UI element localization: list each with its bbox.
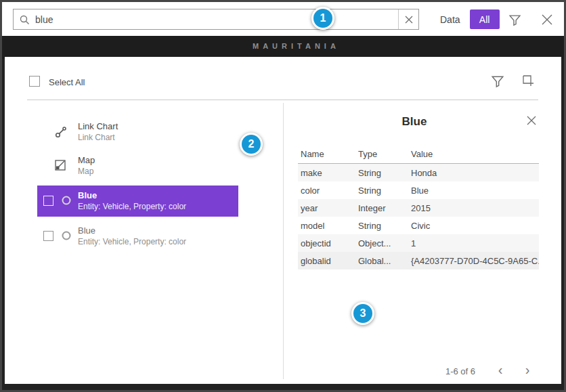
cell-name: objectid bbox=[298, 238, 355, 248]
result-title: Blue bbox=[78, 190, 97, 200]
data-scope-button[interactable]: Data bbox=[431, 9, 470, 29]
map-icon bbox=[54, 159, 66, 174]
table-row: make String Honda bbox=[298, 164, 539, 181]
close-icon[interactable] bbox=[537, 9, 557, 30]
prev-page-icon[interactable]: ‹ bbox=[492, 362, 508, 378]
filter-icon[interactable] bbox=[506, 12, 523, 28]
list-item-link-chart[interactable]: Link Chart Link Chart bbox=[37, 116, 238, 148]
result-subtitle: Entity: Vehicle, Property: color bbox=[78, 237, 186, 246]
annotation-badge-3: 3 bbox=[351, 302, 374, 325]
cell-value: 1 bbox=[408, 238, 539, 248]
cell-value: 2015 bbox=[408, 203, 539, 213]
cell-value: Honda bbox=[408, 168, 539, 178]
list-item-map[interactable]: Map Map bbox=[37, 150, 238, 181]
map-background: MAURITANIA bbox=[2, 36, 564, 59]
entity-circle-icon bbox=[61, 230, 72, 244]
cell-type: String bbox=[355, 168, 408, 178]
cell-type: Integer bbox=[355, 203, 408, 213]
cell-value: Blue bbox=[408, 186, 539, 196]
col-value: Value bbox=[408, 149, 539, 159]
col-name: Name bbox=[298, 149, 355, 159]
annotation-badge-1: 1 bbox=[311, 7, 334, 30]
cell-name: globalid bbox=[298, 256, 355, 266]
search-bar: Data All bbox=[2, 2, 564, 36]
map-country-label: MAURITANIA bbox=[253, 42, 340, 50]
annotation-badge-2: 2 bbox=[240, 133, 263, 156]
col-type: Type bbox=[355, 149, 408, 159]
results-filter-icon[interactable] bbox=[489, 73, 506, 89]
cell-type: String bbox=[355, 221, 408, 231]
table-row: year Integer 2015 bbox=[298, 199, 539, 217]
clear-search-button[interactable] bbox=[398, 9, 418, 29]
result-subtitle: Entity: Vehicle, Property: color bbox=[78, 202, 186, 211]
cell-name: color bbox=[298, 186, 355, 196]
cell-type: Object... bbox=[355, 238, 408, 248]
table-row: globalid Global... {A4203777-D70D-4C5C-9… bbox=[298, 252, 539, 269]
entity-circle-icon bbox=[61, 195, 72, 209]
link-chart-icon bbox=[54, 125, 68, 141]
all-scope-button[interactable]: All bbox=[470, 9, 500, 29]
table-row: objectid Object... 1 bbox=[298, 234, 539, 252]
add-to-selection-icon[interactable] bbox=[519, 72, 537, 89]
scope-toggle: Data All bbox=[431, 9, 500, 29]
cell-type: String bbox=[355, 186, 408, 196]
result-title: Link Chart bbox=[78, 121, 118, 131]
pagination-label: 1-6 of 6 bbox=[401, 366, 475, 376]
next-page-icon[interactable]: › bbox=[519, 362, 536, 378]
header-divider bbox=[27, 100, 538, 100]
search-results-panel: Select All Link Chart Link Chart Map Map bbox=[5, 57, 561, 384]
cell-name: model bbox=[298, 221, 355, 231]
search-icon bbox=[19, 14, 30, 25]
search-input[interactable] bbox=[30, 14, 398, 25]
list-item-blue-selected[interactable]: Blue Entity: Vehicle, Property: color bbox=[37, 186, 238, 217]
result-title: Blue bbox=[78, 225, 95, 236]
select-all-label: Select All bbox=[49, 77, 85, 87]
cell-value: {A4203777-D70D-4C5C-9A65-C... bbox=[408, 256, 539, 266]
search-input-container bbox=[13, 9, 419, 30]
result-subtitle: Link Chart bbox=[78, 133, 115, 142]
result-title: Map bbox=[78, 155, 95, 165]
cell-value: Civic bbox=[408, 221, 539, 231]
result-checkbox[interactable] bbox=[43, 231, 53, 241]
table-header: Name Type Value bbox=[298, 145, 539, 164]
list-item-blue[interactable]: Blue Entity: Vehicle, Property: color bbox=[37, 221, 238, 252]
table-row: color String Blue bbox=[298, 181, 539, 199]
detail-title: Blue bbox=[286, 115, 543, 129]
cell-name: make bbox=[298, 168, 355, 178]
cell-name: year bbox=[298, 203, 355, 213]
result-checkbox[interactable] bbox=[43, 196, 53, 206]
result-subtitle: Map bbox=[78, 167, 93, 176]
app-window: Data All MAURITANIA Select All Link bbox=[0, 0, 566, 392]
select-all-checkbox[interactable] bbox=[29, 76, 40, 87]
detail-close-icon[interactable] bbox=[523, 112, 540, 129]
table-row: model String Civic bbox=[298, 217, 539, 234]
property-table: Name Type Value make String Honda color … bbox=[298, 145, 539, 269]
cell-type: Global... bbox=[355, 256, 408, 266]
panel-divider bbox=[283, 103, 284, 379]
